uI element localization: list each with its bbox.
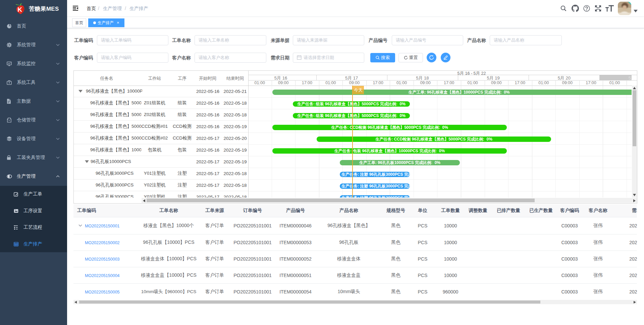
svg-text:K: K — [17, 6, 22, 13]
